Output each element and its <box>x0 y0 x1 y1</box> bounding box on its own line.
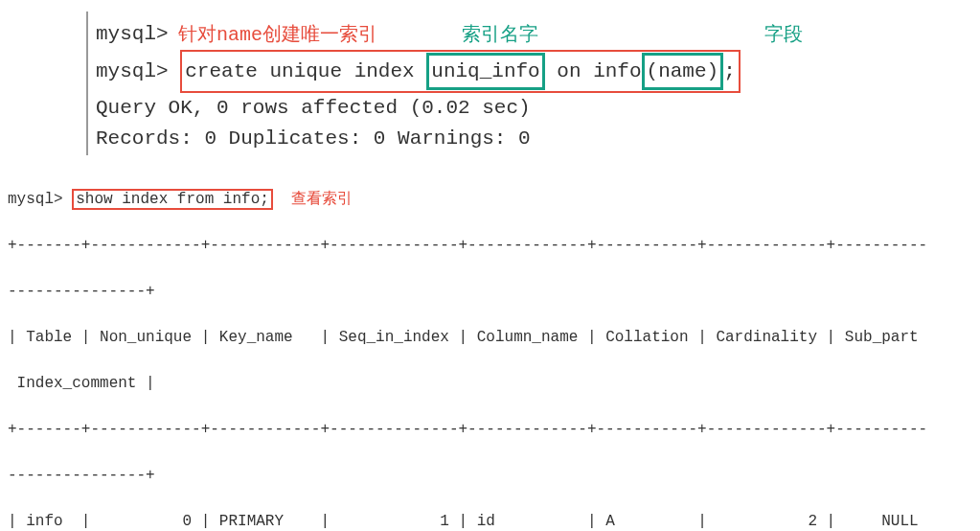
table-row: | info | 0 | PRIMARY | 1 | id | A | 2 | … <box>8 510 980 531</box>
mysql-prompt: mysql> <box>8 191 63 208</box>
table-separator: +-------+------------+------------+-----… <box>8 418 980 441</box>
cell: id <box>477 513 495 530</box>
col-header: Index_comment <box>17 375 137 392</box>
cell: PRIMARY <box>219 513 284 530</box>
prompt-line-1: mysql> <box>96 19 980 50</box>
annotation-show-index: 查看索引 <box>291 191 353 208</box>
cell: 0 <box>182 513 192 530</box>
table-header-row: | Table | Non_unique | Key_name | Seq_in… <box>8 326 980 349</box>
query-records-line: Records: 0 Duplicates: 0 Warnings: 0 <box>96 124 980 154</box>
query-result-line: Query OK, 0 rows affected (0.02 sec) <box>96 93 980 124</box>
mysql-prompt: mysql> <box>96 60 169 82</box>
sql-text: ; <box>723 60 736 82</box>
col-header: Seq_in_index <box>339 329 449 346</box>
sql-create-index-box: create unique index uniq_info on info(na… <box>180 50 741 94</box>
table-separator: +-------+------------+------------+-----… <box>8 234 980 257</box>
prompt-line-2: mysql> create unique index uniq_info on … <box>96 50 980 94</box>
cell: 2 <box>808 513 817 530</box>
top-terminal-block: 针对name创建唯一索引 索引名字 字段 mysql> mysql> creat… <box>0 0 980 153</box>
col-header: Collation <box>605 329 688 346</box>
table-separator: ---------------+ <box>8 280 980 303</box>
col-header: Column_name <box>477 329 579 346</box>
bottom-terminal-block: mysql> show index from info; 查看索引 +-----… <box>0 153 980 531</box>
col-header: Table <box>26 329 72 346</box>
cell: info <box>26 513 62 530</box>
col-header: Cardinality <box>716 329 817 346</box>
cell: 1 <box>440 513 449 530</box>
col-header: Non_unique <box>100 329 192 346</box>
col-header: Key_name <box>219 329 293 346</box>
sql-index-name-box: uniq_info <box>426 53 544 91</box>
cell: NULL <box>881 513 918 530</box>
table-separator: ---------------+ <box>8 464 980 487</box>
sql-text: create unique index <box>185 60 414 82</box>
show-index-line: mysql> show index from info; 查看索引 <box>8 188 980 211</box>
col-header: Sub_part <box>845 329 919 346</box>
table-header-row2: Index_comment | <box>8 372 980 395</box>
sql-text: on info <box>557 60 641 82</box>
divider-line <box>86 12 88 155</box>
sql-field-box: (name) <box>642 53 724 91</box>
cell: A <box>605 513 615 530</box>
sql-show-index-box: show index from info; <box>72 189 273 210</box>
mysql-prompt: mysql> <box>96 23 169 45</box>
